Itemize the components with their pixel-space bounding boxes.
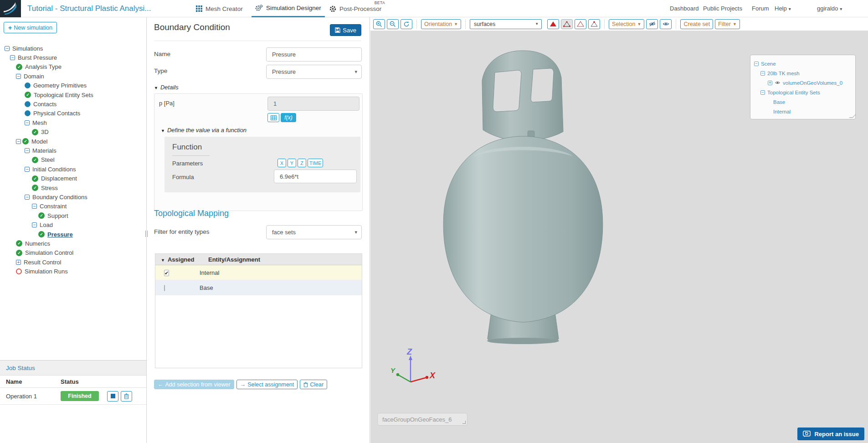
tree-item-boundary-conditions[interactable]: Boundary Conditions [0,192,146,201]
collapse-icon[interactable] [5,46,10,51]
collapse-icon[interactable] [32,204,37,209]
save-button[interactable]: Save [330,24,361,36]
details-section-header[interactable]: Details [154,84,179,91]
collapse-icon[interactable] [25,148,30,153]
assigned-column-header[interactable]: Assigned [155,256,208,263]
face-group-name-input[interactable]: faceGroupOnGeoFaces_6 [377,413,467,426]
formula-input-button[interactable]: f(x) [281,113,296,122]
tree-item-physical-contacts[interactable]: Physical Contacts [0,109,146,118]
expand-icon[interactable] [768,81,772,85]
tree-item-contacts[interactable]: Contacts [0,99,146,108]
surfaces-select[interactable]: surfaces [470,19,542,29]
zoom-in-button[interactable] [373,19,385,29]
tree-item-geometry-primitives[interactable]: Geometry Primitives [0,81,146,90]
internal-checkbox[interactable] [164,270,169,276]
type-select[interactable]: Pressure [266,65,362,79]
tree-item-burst-pressure[interactable]: Burst Pressure [0,53,146,62]
tree-item-topological-entity-sets[interactable]: Topological Entity Sets [0,90,146,99]
select-assignment-button[interactable]: →Select assignment [236,380,298,389]
eye-icon[interactable] [775,81,781,85]
selection-dropdown[interactable]: Selection▼ [609,19,644,29]
nav-dashboard[interactable]: Dashboard [670,5,699,12]
tree-item-simulation-runs[interactable]: Simulation Runs [0,267,146,276]
new-simulation-button[interactable]: + New simulation [4,22,57,33]
tree-item-steel[interactable]: Steel [0,155,146,165]
tank-mesh-model[interactable] [414,42,628,361]
render-surface-edges-button[interactable] [561,19,573,29]
table-row-internal[interactable]: Internal [155,265,362,280]
collapse-icon[interactable] [760,90,765,95]
tree-item-stress[interactable]: Stress [0,183,146,192]
render-points-button[interactable] [588,19,600,29]
scene-tree-item-scene[interactable]: Scene [750,59,855,68]
table-input-button[interactable] [267,113,279,122]
tree-item-3d[interactable]: 3D [0,128,146,137]
tab-simulation-designer[interactable]: Simulation Designer [252,0,325,17]
collapse-icon[interactable] [16,139,21,144]
tree-item-constraint[interactable]: Constraint [0,202,146,211]
tree-item-domain[interactable]: Domain [0,72,146,81]
collapse-icon[interactable] [754,62,759,66]
entity-filter-select[interactable]: face sets [266,225,362,239]
resize-grip-icon[interactable] [462,421,466,424]
pressure-value-input[interactable]: 1 [267,97,360,111]
tree-item-simulation-control[interactable]: Simulation Control [0,248,146,258]
tab-post-processor[interactable]: Post-Processor BETA [329,0,381,17]
collapse-icon[interactable] [10,55,15,60]
clear-button[interactable]: Clear [300,380,327,389]
3d-viewport[interactable]: Scene 20lb TK mesh volumeOnGeoVolumes_0 … [370,31,868,443]
nav-public-projects[interactable]: Public Projects [703,5,742,12]
param-time-button[interactable]: TIME [308,159,323,167]
add-selection-button[interactable]: ←Add selection from viewer [154,380,234,389]
tree-item-displacement[interactable]: Displacement [0,174,146,183]
hide-selection-button[interactable] [646,19,658,29]
nav-forum[interactable]: Forum [752,5,769,12]
expand-icon[interactable] [16,260,21,265]
refresh-view-button[interactable] [401,19,412,29]
show-all-button[interactable] [660,19,672,29]
tab-mesh-creator[interactable]: Mesh Creator [196,0,243,17]
project-title[interactable]: Tutorial - Structural Plastic Analysi... [27,4,151,13]
collapse-icon[interactable] [25,120,30,125]
name-input[interactable] [266,47,362,62]
filter-dropdown[interactable]: Filter▼ [715,19,740,29]
function-section-header[interactable]: Define the value via a function [161,127,247,134]
base-checkbox[interactable] [164,285,165,291]
tree-item-numerics[interactable]: Numerics [0,239,146,248]
collapse-icon[interactable] [25,167,30,172]
tree-item-materials[interactable]: Materials [0,146,146,155]
table-row-base[interactable]: Base [155,280,362,295]
render-solid-button[interactable] [547,19,559,29]
scene-tree-item-mesh[interactable]: 20lb TK mesh [750,68,855,78]
formula-input[interactable] [274,170,357,183]
tree-item-initial-conditions[interactable]: Initial Conditions [0,165,146,174]
delete-job-button[interactable] [121,391,132,402]
tree-item-mesh[interactable]: Mesh [0,118,146,127]
create-set-button[interactable]: Create set [680,19,713,29]
param-z-button[interactable]: Z [298,159,306,167]
stop-job-button[interactable] [107,391,118,402]
panel-resize-handle[interactable] [145,231,148,237]
nav-help-menu[interactable]: Help [775,5,791,12]
tree-item-load[interactable]: Load [0,220,146,229]
collapse-icon[interactable] [25,195,30,200]
tree-item-pressure[interactable]: Pressure [0,230,146,239]
param-y-button[interactable]: Y [288,159,296,167]
collapse-icon[interactable] [32,222,37,227]
user-menu[interactable]: ggiraldo [817,5,842,12]
param-x-button[interactable]: X [277,159,286,167]
render-wireframe-button[interactable] [575,19,586,29]
tree-item-simulations[interactable]: Simulations [0,44,146,53]
collapse-icon[interactable] [16,74,21,79]
tree-item-analysis-type[interactable]: Analysis Type [0,62,146,72]
report-issue-button[interactable]: Report an issue [797,428,864,440]
zoom-out-button[interactable] [387,19,399,29]
scene-tree-item-topological-entity-sets[interactable]: Topological Entity Sets [750,88,855,97]
orientation-dropdown[interactable]: Orientation▼ [421,19,461,29]
scene-tree-item-internal[interactable]: Internal [750,107,855,116]
simscale-logo[interactable] [0,0,21,17]
tree-item-model[interactable]: Model [0,137,146,146]
scene-tree-item-base[interactable]: Base [750,97,855,107]
tree-item-support[interactable]: Support [0,211,146,220]
collapse-icon[interactable] [760,71,765,76]
